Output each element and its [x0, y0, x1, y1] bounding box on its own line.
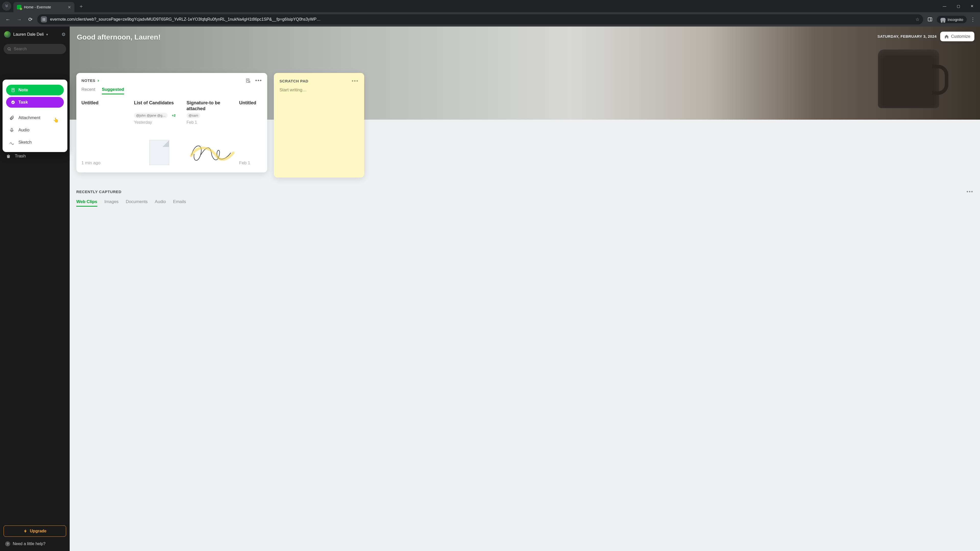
paperclip-icon — [9, 115, 15, 121]
browser-tab-title: Home - Evernote — [24, 5, 65, 9]
browser-toolbar: ← → ⟳ evernote.com/client/web?_sourcePag… — [0, 12, 980, 27]
nav-forward-button[interactable]: → — [15, 15, 24, 24]
window-maximize-button[interactable]: ▢ — [953, 2, 964, 10]
sidebar-item-label: Trash — [15, 154, 26, 159]
note-title: List of Candidates — [134, 100, 185, 112]
note-title: Signature-to be attached — [186, 100, 237, 112]
create-audio-item[interactable]: Audio — [5, 124, 65, 136]
incognito-indicator[interactable]: Incognito — [937, 16, 967, 23]
chevron-down-icon[interactable]: ▾ — [46, 32, 48, 37]
note-mentions-more: +2 — [170, 113, 178, 118]
create-note-button[interactable]: Note — [6, 85, 64, 95]
note-mentions: @john @jane @g… — [134, 113, 168, 118]
tab-search-button[interactable] — [2, 2, 11, 11]
browser-menu-button[interactable]: ⋮ — [969, 16, 977, 22]
create-menu-popover: Note Task Attachment Audio — [3, 79, 67, 152]
notes-tab-suggested[interactable]: Suggested — [102, 87, 124, 94]
scratch-pad-title: SCRATCH PAD — [280, 79, 309, 83]
create-audio-label: Audio — [18, 127, 29, 133]
svg-rect-5 — [44, 20, 45, 21]
recent-tab-audio[interactable]: Audio — [155, 199, 166, 206]
window-close-button[interactable]: ✕ — [966, 2, 978, 10]
home-main: Good afternoon, Lauren! SATURDAY, FEBRUA… — [70, 27, 980, 551]
tab-close-button[interactable]: ✕ — [68, 5, 71, 10]
create-task-button[interactable]: Task — [6, 97, 64, 108]
browser-tab-active[interactable]: Home - Evernote ✕ — [13, 2, 75, 12]
svg-rect-4 — [43, 20, 44, 21]
url-text: evernote.com/client/web?_sourcePage=ze9b… — [50, 17, 912, 22]
recent-tab-emails[interactable]: Emails — [173, 199, 186, 206]
note-card[interactable]: Untitled Feb 1 — [239, 100, 262, 165]
scratch-more-button[interactable]: ••• — [352, 78, 359, 84]
incognito-label: Incognito — [948, 17, 963, 22]
note-mentions: @sam — [186, 113, 200, 118]
svg-point-8 — [8, 48, 10, 50]
address-bar[interactable]: evernote.com/client/web?_sourcePage=ze9b… — [37, 14, 923, 24]
recent-tab-images[interactable]: Images — [104, 199, 119, 206]
bookmark-star-icon[interactable]: ☆ — [915, 17, 920, 22]
recent-tab-documents[interactable]: Documents — [126, 199, 148, 206]
nav-reload-button[interactable]: ⟳ — [26, 15, 35, 24]
note-card[interactable]: Signature-to be attached @sam Feb 1 — [186, 100, 237, 165]
create-attachment-item[interactable]: Attachment — [5, 112, 65, 124]
create-sketch-label: Sketch — [18, 140, 32, 145]
create-task-label: Task — [18, 100, 28, 105]
task-check-icon — [11, 100, 15, 105]
create-note-icon[interactable] — [245, 78, 251, 83]
svg-rect-14 — [11, 128, 13, 131]
user-avatar[interactable] — [4, 31, 11, 38]
chevron-right-icon[interactable]: › — [97, 78, 99, 83]
note-timestamp: Feb 1 — [239, 156, 262, 165]
notes-tab-recent[interactable]: Recent — [81, 87, 95, 94]
browser-titlebar: Home - Evernote ✕ ＋ — ▢ ✕ — [0, 0, 980, 12]
help-label: Need a little help? — [13, 541, 45, 546]
scratch-pad-widget: SCRATCH PAD ••• Start writing… — [274, 73, 364, 178]
create-attachment-label: Attachment — [18, 115, 40, 121]
upgrade-button[interactable]: Upgrade — [3, 526, 66, 537]
bolt-icon — [23, 529, 28, 534]
app-sidebar: Lauren Dale Deli ▾ ⚙ Note Task — [0, 27, 70, 551]
sidebar-item-trash[interactable]: Trash — [0, 151, 70, 161]
username-label: Lauren Dale Deli — [13, 32, 44, 37]
notes-widget-title: NOTES — [81, 78, 95, 83]
svg-rect-0 — [43, 18, 44, 19]
note-timestamp: 1 min ago — [81, 156, 132, 165]
nav-back-button[interactable]: ← — [3, 15, 12, 24]
recently-captured-title: RECENTLY CAPTURED — [76, 189, 121, 194]
notes-widget: NOTES › ••• Recent Suggested — [76, 73, 267, 172]
upgrade-label: Upgrade — [30, 529, 46, 534]
scratch-pad-input[interactable]: Start writing… — [280, 87, 359, 93]
note-date: Yesterday — [134, 120, 185, 125]
note-icon — [11, 88, 15, 92]
note-card[interactable]: Untitled 1 min ago — [81, 100, 132, 165]
new-tab-button[interactable]: ＋ — [76, 1, 86, 11]
incognito-icon — [940, 18, 945, 21]
note-title: Untitled — [239, 100, 262, 112]
recently-captured-more-button[interactable]: ••• — [966, 189, 974, 195]
site-settings-icon[interactable] — [41, 16, 47, 22]
settings-gear-icon[interactable]: ⚙ — [62, 32, 65, 37]
note-title: Untitled — [81, 100, 132, 112]
file-thumbnail-icon — [149, 140, 169, 165]
help-icon: ? — [5, 541, 10, 546]
notes-more-button[interactable]: ••• — [255, 78, 262, 83]
svg-line-9 — [10, 50, 11, 51]
recent-tab-webclips[interactable]: Web Clips — [76, 199, 97, 206]
microphone-icon — [9, 127, 15, 133]
window-minimize-button[interactable]: — — [939, 2, 950, 10]
svg-rect-3 — [44, 19, 45, 20]
svg-rect-6 — [928, 17, 932, 21]
svg-rect-1 — [44, 18, 45, 19]
note-date: Feb 1 — [186, 120, 237, 125]
sidebar-search[interactable] — [3, 44, 66, 54]
note-card[interactable]: List of Candidates @john @jane @g… +2 Ye… — [134, 100, 185, 165]
side-panel-icon[interactable] — [926, 15, 934, 24]
search-input[interactable] — [14, 47, 62, 51]
signature-sketch — [186, 138, 237, 165]
trash-icon — [6, 154, 11, 159]
recently-captured-widget: RECENTLY CAPTURED ••• Web Clips Images D… — [70, 184, 980, 217]
help-link[interactable]: ? Need a little help? — [3, 540, 66, 548]
create-note-label: Note — [18, 87, 28, 93]
sketch-icon — [9, 140, 15, 145]
create-sketch-item[interactable]: Sketch — [5, 136, 65, 148]
